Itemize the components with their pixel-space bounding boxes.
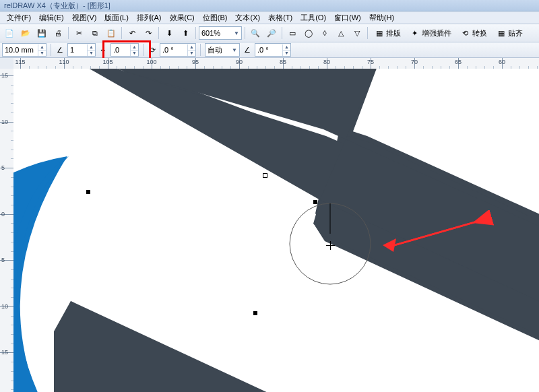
redo-button[interactable]: ↷ bbox=[141, 26, 156, 40]
size-spinner[interactable]: ▲▼ bbox=[2, 43, 46, 57]
angle3-spinner[interactable]: ▲▼ bbox=[255, 43, 291, 57]
convert-button[interactable]: ⟲ 转换 bbox=[457, 26, 491, 40]
misc-button-5[interactable]: ▽ bbox=[350, 26, 364, 40]
vertical-ruler[interactable]: 1510505101520 bbox=[0, 69, 14, 392]
separator bbox=[200, 44, 201, 56]
selection-handle[interactable] bbox=[313, 200, 317, 204]
selection-handle[interactable] bbox=[86, 190, 90, 194]
misc-button-2[interactable]: ◯ bbox=[301, 26, 316, 40]
ruler-label: 110 bbox=[59, 59, 69, 65]
menu-layout[interactable]: 版面(L) bbox=[100, 12, 132, 24]
zoom-input[interactable] bbox=[200, 29, 232, 37]
selection-handle[interactable] bbox=[263, 173, 267, 178]
print-button[interactable]: 🖨 bbox=[51, 26, 65, 40]
zoom-in-button[interactable]: 🔍 bbox=[248, 26, 263, 40]
copy-button[interactable]: ⧉ bbox=[88, 26, 102, 40]
drawing-canvas[interactable] bbox=[13, 69, 539, 392]
selection-handle[interactable] bbox=[253, 311, 257, 315]
arrange-label: 排版 bbox=[386, 28, 401, 38]
dropdown-icon: ▼ bbox=[232, 30, 241, 36]
export-button[interactable]: ⬆ bbox=[178, 26, 193, 40]
menu-tools[interactable]: 工具(O) bbox=[296, 12, 330, 24]
arrange-icon: ▦ bbox=[375, 28, 384, 38]
folder-open-icon: 📂 bbox=[21, 28, 30, 38]
menu-table[interactable]: 表格(T) bbox=[264, 12, 296, 24]
paste-button[interactable]: 📋 bbox=[104, 26, 119, 40]
new-button[interactable]: 📄 bbox=[2, 26, 17, 40]
misc-button-3[interactable]: ◊ bbox=[317, 26, 332, 40]
open-button[interactable]: 📂 bbox=[18, 26, 33, 40]
menu-edit[interactable]: 编辑(E) bbox=[35, 12, 68, 24]
separator bbox=[143, 44, 144, 56]
plugins-button[interactable]: ✦ 增强插件 bbox=[406, 26, 455, 40]
misc-button-1[interactable]: ▭ bbox=[285, 26, 300, 40]
menu-help[interactable]: 帮助(H) bbox=[365, 12, 398, 24]
spin-buttons[interactable]: ▲▼ bbox=[87, 44, 95, 56]
save-icon: 💾 bbox=[37, 28, 46, 38]
misc-button-4[interactable]: △ bbox=[334, 26, 348, 40]
ruler-label: 115 bbox=[15, 59, 25, 65]
ruler-label: 15 bbox=[1, 72, 8, 79]
rotation-input[interactable] bbox=[160, 46, 187, 54]
shape-icon: ◯ bbox=[304, 28, 313, 38]
menu-view[interactable]: 视图(V) bbox=[68, 12, 101, 24]
convert-icon: ⟲ bbox=[461, 28, 470, 38]
angle2-spinner[interactable]: ▲▼ bbox=[110, 43, 139, 57]
menu-bitmap[interactable]: 位图(B) bbox=[199, 12, 232, 24]
size-input[interactable] bbox=[3, 46, 38, 54]
import-button[interactable]: ⬇ bbox=[162, 26, 177, 40]
ruler-label: 95 bbox=[192, 59, 199, 65]
ruler-label: 0 bbox=[1, 211, 5, 218]
rotate-icon: ⟳ bbox=[148, 45, 157, 55]
zoom-out-button[interactable]: 🔎 bbox=[264, 26, 279, 40]
redo-icon: ↷ bbox=[144, 28, 153, 38]
save-button[interactable]: 💾 bbox=[34, 26, 49, 40]
ruler-label: 65 bbox=[455, 59, 462, 65]
separator bbox=[367, 27, 368, 39]
menu-file[interactable]: 文件(F) bbox=[3, 12, 35, 24]
new-file-icon: 📄 bbox=[5, 28, 14, 38]
app-title: relDRAW X4（专业版）- [图形1] bbox=[4, 1, 110, 11]
horizontal-ruler[interactable]: 115110105100959085807570656055 bbox=[13, 58, 539, 69]
shape-icon: ▭ bbox=[288, 28, 297, 38]
undo-button[interactable]: ↶ bbox=[125, 26, 139, 40]
spin-buttons[interactable]: ▲▼ bbox=[130, 44, 138, 56]
ruler-label: 10 bbox=[1, 119, 8, 125]
copy-icon: ⧉ bbox=[90, 28, 100, 38]
angle-icon: ∠ bbox=[55, 45, 65, 55]
menu-window[interactable]: 窗口(W) bbox=[330, 12, 365, 24]
spin-buttons[interactable]: ▲▼ bbox=[187, 44, 195, 56]
auto-input[interactable] bbox=[206, 46, 230, 54]
angle1-input[interactable] bbox=[68, 46, 87, 54]
separator bbox=[68, 27, 69, 39]
ruler-label: 60 bbox=[499, 59, 505, 65]
ruler-label: 15 bbox=[1, 349, 8, 356]
angle2-input[interactable] bbox=[111, 46, 130, 54]
arrange-panel-button[interactable]: ▦ 排版 bbox=[371, 26, 405, 40]
menu-text[interactable]: 文本(X) bbox=[231, 12, 264, 24]
cut-button[interactable]: ✂ bbox=[71, 26, 86, 40]
zoom-out-icon: 🔎 bbox=[267, 28, 276, 38]
zoom-combo[interactable]: ▼ bbox=[199, 26, 242, 40]
auto-combo[interactable]: ▼ bbox=[205, 43, 240, 57]
menu-effects[interactable]: 效果(C) bbox=[166, 12, 199, 24]
angle-icon: ∠ bbox=[243, 45, 252, 55]
dark-shape-lower-b[interactable] bbox=[54, 301, 310, 392]
separator bbox=[195, 27, 196, 39]
export-icon: ⬆ bbox=[181, 28, 190, 38]
cut-icon: ✂ bbox=[74, 28, 84, 38]
plugin-icon: ✦ bbox=[410, 28, 420, 38]
ruler-label: 90 bbox=[236, 59, 243, 65]
menu-arrange[interactable]: 排列(A) bbox=[133, 12, 166, 24]
angle3-input[interactable] bbox=[255, 46, 282, 54]
spin-buttons[interactable]: ▲▼ bbox=[38, 44, 46, 56]
import-icon: ⬇ bbox=[164, 28, 174, 38]
snap-button[interactable]: ▦ 贴齐 bbox=[493, 26, 527, 40]
spin-buttons[interactable]: ▲▼ bbox=[282, 44, 290, 56]
ruler-label: 10 bbox=[1, 303, 8, 310]
rotation-spinner[interactable]: ▲▼ bbox=[160, 43, 196, 57]
angle1-spinner[interactable]: ▲▼ bbox=[67, 43, 96, 57]
print-icon: 🖨 bbox=[53, 28, 63, 38]
ruler-origin[interactable] bbox=[0, 58, 14, 69]
ruler-label: 5 bbox=[1, 257, 5, 263]
